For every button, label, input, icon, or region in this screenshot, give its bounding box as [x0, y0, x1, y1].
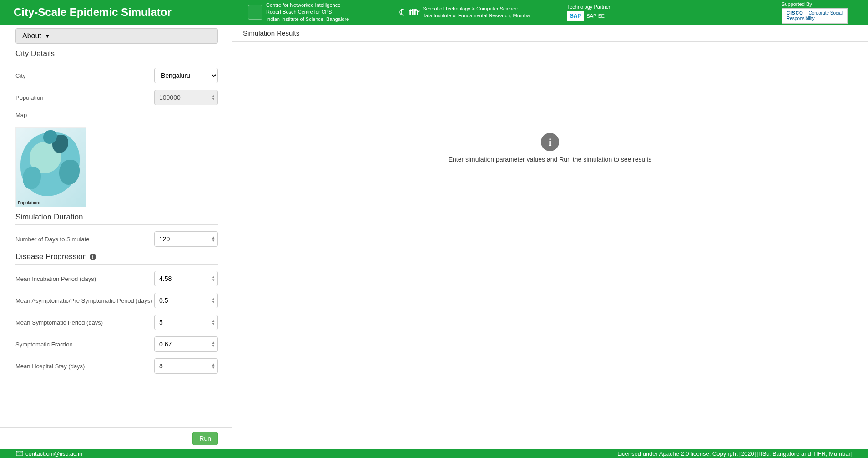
- info-icon: i: [541, 133, 559, 151]
- tifr-line1: School of Technology & Computer Science: [423, 5, 530, 12]
- param-label: Mean Symptomatic Period (days): [15, 319, 154, 326]
- population-label: Population: [15, 94, 154, 101]
- population-input: [154, 90, 218, 105]
- map-label: Map: [15, 112, 218, 118]
- footer-license: Licensed under Apache 2.0 license. Copyr…: [617, 450, 852, 457]
- run-bar: Run: [0, 427, 232, 449]
- param-row: Mean Symptomatic Period (days) ▲▼: [15, 315, 218, 330]
- days-row: Number of Days to Simulate ▲▼: [15, 231, 218, 247]
- city-map-image: Population:: [15, 127, 86, 207]
- chevron-down-icon: ▼: [45, 33, 50, 39]
- results-panel: Simulation Results i Enter simulation pa…: [232, 25, 868, 449]
- mail-icon: [16, 450, 23, 457]
- app-title: City-Scale Epidemic Simulator: [14, 6, 241, 19]
- cisco-logo-icon: CISCO Corporate Social Responsibility: [782, 8, 848, 24]
- main: About ▼ City Details City Bengaluru Popu…: [0, 25, 868, 449]
- sim-duration-title: Simulation Duration: [15, 213, 218, 225]
- info-icon[interactable]: i: [90, 254, 96, 260]
- city-label: City: [15, 72, 154, 79]
- tifr-logo-icon: ☾ tifr: [399, 6, 419, 19]
- param-label: Symptomatic Fraction: [15, 341, 154, 348]
- header-cni-block: Centre for Networked Intelligence Robert…: [241, 2, 356, 23]
- about-label: About: [22, 32, 41, 40]
- city-row: City Bengaluru: [15, 68, 218, 83]
- header-tifr-block: ☾ tifr School of Technology & Computer S…: [392, 5, 537, 20]
- hospital-stay-input[interactable]: [154, 358, 218, 374]
- run-button[interactable]: Run: [192, 432, 218, 445]
- population-row: Population ▲▼: [15, 90, 218, 105]
- param-row: Symptomatic Fraction ▲▼: [15, 336, 218, 352]
- city-details-title: City Details: [15, 49, 218, 61]
- symptomatic-fraction-input[interactable]: [154, 336, 218, 352]
- header-cisco-block: Supported By CISCO Corporate Social Resp…: [775, 1, 854, 23]
- results-placeholder-text: Enter simulation parameter values and Ru…: [449, 156, 652, 163]
- header-sap-block: Technology Partner SAP SAP SE: [560, 4, 617, 21]
- sidebar-scroll[interactable]: About ▼ City Details City Bengaluru Popu…: [0, 25, 232, 427]
- sap-name: SAP SE: [586, 13, 605, 20]
- results-title: Simulation Results: [232, 25, 868, 42]
- footer: contact.cni@iisc.ac.in Licensed under Ap…: [0, 449, 868, 458]
- symptomatic-input[interactable]: [154, 315, 218, 330]
- sidebar-panel: About ▼ City Details City Bengaluru Popu…: [0, 25, 232, 449]
- disease-progression-title: Disease Progression i: [15, 252, 218, 265]
- param-label: Mean Asymptomatic/Pre Symptomatic Period…: [15, 297, 154, 304]
- param-row: Mean Incubation Period (days) ▲▼: [15, 271, 218, 286]
- asymptomatic-input[interactable]: [154, 293, 218, 308]
- days-label: Number of Days to Simulate: [15, 236, 154, 243]
- iisc-logo-icon: [248, 5, 262, 20]
- days-input[interactable]: [154, 231, 218, 247]
- sap-logo-icon: SAP: [567, 11, 584, 21]
- footer-email[interactable]: contact.cni@iisc.ac.in: [25, 450, 82, 457]
- sap-label: Technology Partner: [567, 4, 611, 10]
- cni-line2: Robert Bosch Centre for CPS: [266, 9, 349, 15]
- param-label: Mean Hospital Stay (days): [15, 363, 154, 370]
- cisco-label: Supported By: [782, 1, 848, 8]
- map-caption: Population:: [18, 200, 40, 205]
- header: City-Scale Epidemic Simulator Centre for…: [0, 0, 868, 25]
- tifr-line2: Tata Institute of Fundamental Research, …: [423, 12, 530, 19]
- city-select[interactable]: Bengaluru: [154, 68, 218, 83]
- about-button[interactable]: About ▼: [15, 28, 218, 44]
- param-row: Mean Hospital Stay (days) ▲▼: [15, 358, 218, 374]
- cni-line3: Indian Institute of Science, Bangalore: [266, 16, 349, 23]
- param-row: Mean Asymptomatic/Pre Symptomatic Period…: [15, 293, 218, 308]
- incubation-input[interactable]: [154, 271, 218, 286]
- param-label: Mean Incubation Period (days): [15, 275, 154, 282]
- cni-line1: Centre for Networked Intelligence: [266, 2, 349, 9]
- results-placeholder: i Enter simulation parameter values and …: [232, 42, 868, 449]
